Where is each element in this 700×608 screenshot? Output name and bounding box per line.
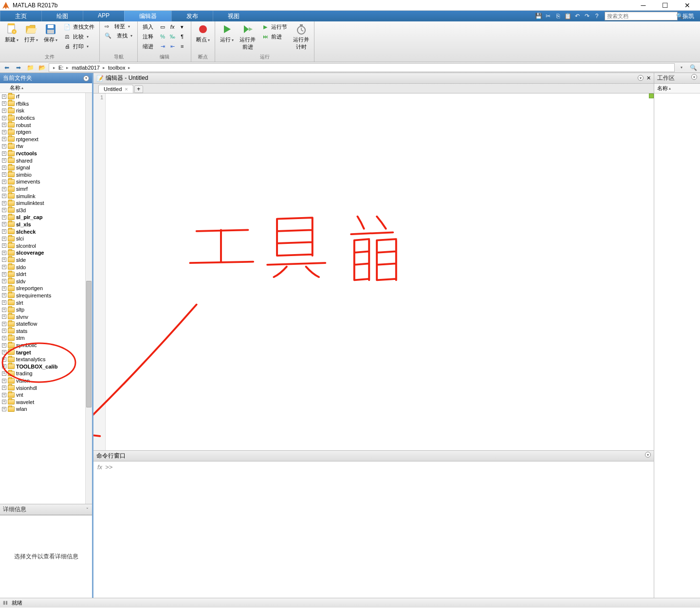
tree-item[interactable]: +rtw: [0, 143, 92, 150]
expand-icon[interactable]: +: [2, 229, 6, 234]
expand-icon[interactable]: +: [2, 279, 6, 283]
command-window-body[interactable]: fx >>: [93, 461, 654, 598]
tree-item[interactable]: +stateflow: [0, 320, 92, 328]
tree-item[interactable]: +rvctools: [0, 150, 92, 157]
editor-restore-icon[interactable]: ▾: [638, 75, 644, 81]
expand-icon[interactable]: +: [2, 166, 6, 170]
tree-item[interactable]: +rptgen: [0, 129, 92, 136]
comment-pct-icon[interactable]: %: [159, 33, 166, 40]
tab-editor[interactable]: 编辑器: [124, 11, 171, 21]
tab-apps[interactable]: APP: [83, 11, 124, 21]
tree-item[interactable]: +shared: [0, 157, 92, 164]
new-tab-button[interactable]: +: [134, 85, 143, 93]
tree-item[interactable]: +signal: [0, 164, 92, 171]
tree-item[interactable]: +sltp: [0, 306, 92, 313]
expand-icon[interactable]: +: [2, 293, 6, 297]
tab-view[interactable]: 视图: [213, 11, 254, 21]
find-button[interactable]: 🔍 查找: [103, 32, 134, 40]
tree-item[interactable]: +slcheck: [0, 228, 92, 235]
expand-icon[interactable]: +: [2, 208, 6, 212]
expand-icon[interactable]: +: [2, 251, 6, 255]
tree-item[interactable]: +slde: [0, 257, 92, 264]
expand-icon[interactable]: +: [2, 180, 6, 184]
workspace-menu-icon[interactable]: ▾: [691, 74, 697, 80]
insert-dd-icon[interactable]: ▾: [178, 23, 186, 31]
nav-up-button[interactable]: 📁: [25, 63, 35, 72]
folder-column-header[interactable]: 名称▴: [0, 83, 92, 93]
tree-item[interactable]: +stm: [0, 334, 92, 342]
workspace-header[interactable]: 工作区 ▾: [654, 73, 700, 84]
expand-icon[interactable]: +: [2, 137, 6, 141]
expand-icon[interactable]: +: [2, 364, 6, 368]
find-files-button[interactable]: 📄查找文件: [61, 22, 96, 31]
close-button[interactable]: ✕: [676, 0, 698, 10]
expand-icon[interactable]: +: [2, 300, 6, 305]
tab-close-icon[interactable]: ×: [125, 86, 128, 92]
tree-item[interactable]: +simulinktest: [0, 200, 92, 207]
nav-back-button[interactable]: ⬅: [2, 63, 12, 72]
tab-publish[interactable]: 发布: [171, 11, 213, 21]
tree-item[interactable]: +slcontrol: [0, 242, 92, 249]
expand-icon[interactable]: +: [2, 194, 6, 198]
expand-icon[interactable]: +: [2, 116, 6, 120]
qat-paste-icon[interactable]: 📋: [564, 12, 571, 20]
editor-close-icon[interactable]: ✕: [646, 75, 651, 81]
expand-icon[interactable]: +: [2, 215, 6, 220]
expand-icon[interactable]: +: [2, 286, 6, 291]
editor-header[interactable]: 📝 编辑器 - Untitled ▾ ✕: [93, 73, 654, 84]
insert-fx-icon[interactable]: fx: [168, 23, 176, 31]
tree-item[interactable]: +TOOLBOX_calib: [0, 363, 92, 370]
panel-menu-icon[interactable]: ▾: [83, 75, 89, 81]
tree-item[interactable]: +slrt: [0, 299, 92, 306]
nav-up2-button[interactable]: 📂: [37, 63, 47, 72]
insert-section-icon[interactable]: ▭: [159, 23, 166, 31]
tree-item[interactable]: +robotics: [0, 114, 92, 122]
path-seg-1[interactable]: matlab2017: [71, 65, 101, 71]
tree-item[interactable]: +rf: [0, 93, 92, 100]
nav-fwd-button[interactable]: ➡: [14, 63, 23, 72]
expand-icon[interactable]: +: [2, 272, 6, 276]
expand-icon[interactable]: +: [2, 371, 6, 376]
expand-icon[interactable]: +: [2, 329, 6, 333]
details-collapse-icon[interactable]: ⌄: [86, 505, 89, 514]
cmd-menu-icon[interactable]: ▾: [645, 452, 651, 458]
path-search-button[interactable]: 🔍: [688, 63, 698, 72]
expand-icon[interactable]: +: [2, 357, 6, 362]
maximize-button[interactable]: ☐: [654, 0, 676, 10]
expand-icon[interactable]: +: [2, 109, 6, 113]
indent-button[interactable]: 缩进 ⇥⇤≡: [141, 42, 188, 51]
tree-item[interactable]: +visionhdl: [0, 384, 92, 391]
qat-save-icon[interactable]: 💾: [534, 12, 542, 20]
tree-item[interactable]: +slvnv: [0, 313, 92, 320]
tree-item[interactable]: +slreportgen: [0, 285, 92, 292]
expand-icon[interactable]: +: [2, 222, 6, 226]
outdent-icon[interactable]: ⇤: [168, 42, 176, 50]
tab-plots[interactable]: 绘图: [41, 11, 83, 21]
compare-button[interactable]: ⚖比较: [61, 32, 96, 41]
details-header[interactable]: 详细信息 ⌄: [0, 504, 92, 515]
tree-item[interactable]: +risk: [0, 107, 92, 114]
expand-icon[interactable]: +: [2, 101, 6, 106]
expand-icon[interactable]: +: [2, 407, 6, 411]
expand-icon[interactable]: +: [2, 237, 6, 241]
tree-item[interactable]: +rfblks: [0, 100, 92, 108]
expand-icon[interactable]: +: [2, 379, 6, 383]
expand-icon[interactable]: +: [2, 151, 6, 156]
qat-cut-icon[interactable]: ✂: [544, 12, 552, 20]
qat-redo-icon[interactable]: ↷: [583, 12, 591, 20]
folder-tree[interactable]: +rf+rfblks+risk+robotics+robust+rptgen+r…: [0, 93, 92, 504]
tree-item[interactable]: +simrf: [0, 185, 92, 193]
expand-icon[interactable]: +: [2, 187, 6, 191]
insert-button[interactable]: 插入 ▭fx▾: [141, 22, 188, 31]
tree-item[interactable]: +trading: [0, 370, 92, 377]
tab-home[interactable]: 主页: [0, 11, 41, 21]
expand-icon[interactable]: +: [2, 308, 6, 312]
tree-item[interactable]: +vnt: [0, 391, 92, 399]
tree-scrollbar[interactable]: [85, 93, 92, 504]
expand-icon[interactable]: +: [2, 343, 6, 348]
expand-icon[interactable]: +: [2, 393, 6, 397]
expand-icon[interactable]: +: [2, 243, 6, 248]
qat-help-icon[interactable]: ?: [593, 12, 601, 20]
code-area[interactable]: [106, 93, 654, 450]
current-folder-header[interactable]: 当前文件夹 ▾: [0, 73, 92, 83]
